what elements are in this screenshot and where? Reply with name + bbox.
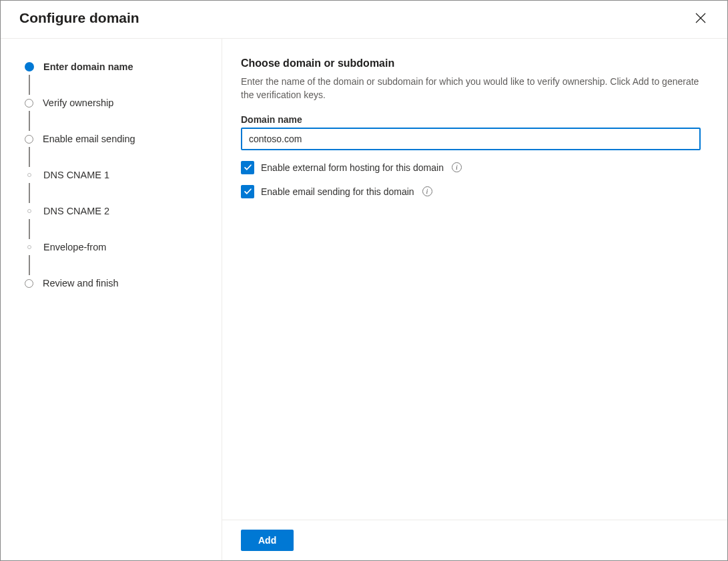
configure-domain-panel: Configure domain Enter domain nameVerify… bbox=[0, 0, 728, 561]
step-connector bbox=[29, 219, 30, 239]
section-heading: Choose domain or subdomain bbox=[241, 57, 701, 69]
checkbox-group: Enable external form hosting for this do… bbox=[241, 161, 701, 198]
wizard-step[interactable]: Verify ownership bbox=[25, 95, 208, 111]
content-area: Choose domain or subdomain Enter the nam… bbox=[222, 39, 727, 520]
checkbox-label: Enable email sending for this domain bbox=[261, 186, 414, 197]
step-marker-icon bbox=[25, 99, 33, 108]
wizard-steps-sidebar: Enter domain nameVerify ownershipEnable … bbox=[1, 39, 222, 560]
add-button[interactable]: Add bbox=[241, 530, 294, 551]
step-label: Envelope-from bbox=[43, 242, 106, 252]
close-button[interactable] bbox=[693, 10, 709, 26]
info-icon[interactable]: i bbox=[422, 186, 432, 196]
panel-body: Enter domain nameVerify ownershipEnable … bbox=[1, 39, 727, 560]
panel-title: Configure domain bbox=[19, 10, 139, 26]
wizard-step[interactable]: DNS CNAME 1 bbox=[25, 167, 208, 183]
checkbox-row: Enable external form hosting for this do… bbox=[241, 161, 701, 174]
checkmark-icon bbox=[244, 187, 252, 196]
step-label: Review and finish bbox=[43, 278, 119, 289]
step-marker-icon bbox=[25, 279, 33, 288]
step-label: DNS CNAME 2 bbox=[43, 206, 109, 216]
wizard-step[interactable]: Enter domain name bbox=[25, 59, 208, 75]
step-connector bbox=[29, 75, 30, 95]
checkbox[interactable] bbox=[241, 185, 254, 198]
step-marker-icon bbox=[25, 62, 34, 71]
domain-name-label: Domain name bbox=[241, 114, 701, 125]
step-connector bbox=[29, 183, 30, 203]
step-connector bbox=[29, 147, 30, 167]
domain-name-input[interactable] bbox=[241, 128, 701, 150]
step-connector bbox=[29, 255, 30, 275]
panel-header: Configure domain bbox=[1, 1, 727, 39]
section-description: Enter the name of the domain or subdomai… bbox=[241, 75, 701, 102]
wizard-step[interactable]: DNS CNAME 2 bbox=[25, 203, 208, 219]
step-marker-icon bbox=[27, 209, 31, 213]
step-label: Verify ownership bbox=[43, 98, 113, 108]
wizard-step[interactable]: Review and finish bbox=[25, 275, 208, 291]
panel-footer: Add bbox=[222, 520, 727, 560]
step-marker-icon bbox=[27, 173, 31, 177]
wizard-step[interactable]: Enable email sending bbox=[25, 131, 208, 147]
checkmark-icon bbox=[244, 163, 252, 172]
step-label: Enter domain name bbox=[43, 61, 133, 72]
step-marker-icon bbox=[25, 135, 33, 144]
main-column: Choose domain or subdomain Enter the nam… bbox=[222, 39, 727, 560]
checkbox-row: Enable email sending for this domaini bbox=[241, 185, 701, 198]
step-list: Enter domain nameVerify ownershipEnable … bbox=[25, 59, 208, 291]
checkbox-label: Enable external form hosting for this do… bbox=[261, 162, 444, 173]
wizard-step[interactable]: Envelope-from bbox=[25, 239, 208, 255]
step-marker-icon bbox=[27, 245, 31, 249]
step-label: Enable email sending bbox=[43, 134, 135, 144]
step-label: DNS CNAME 1 bbox=[43, 170, 109, 180]
step-connector bbox=[29, 111, 30, 131]
close-icon bbox=[695, 13, 706, 23]
info-icon[interactable]: i bbox=[452, 162, 462, 172]
checkbox[interactable] bbox=[241, 161, 254, 174]
